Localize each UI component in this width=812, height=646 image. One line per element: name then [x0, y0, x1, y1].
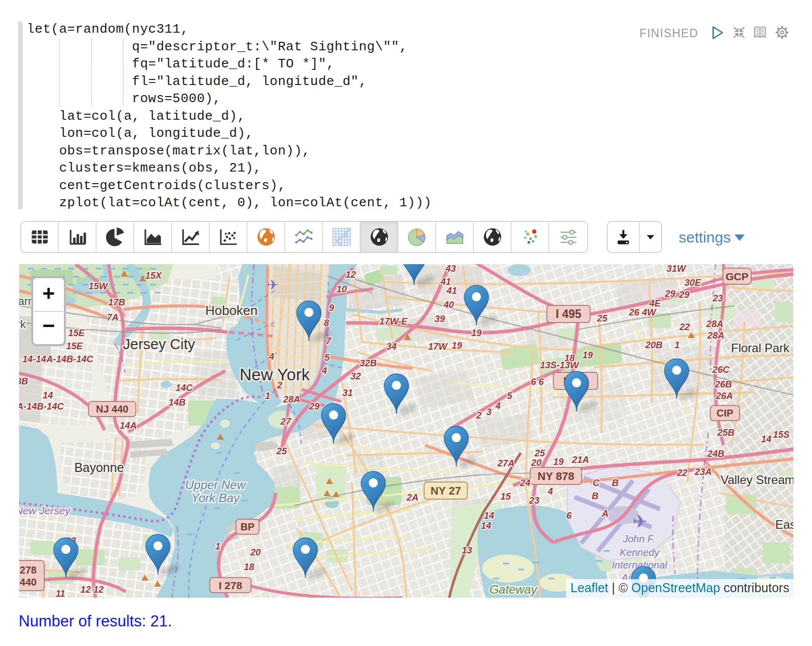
svg-text:5: 5 [324, 352, 330, 363]
svg-text:21A: 21A [572, 454, 589, 465]
svg-text:15E: 15E [66, 341, 84, 351]
svg-text:8B: 8B [19, 376, 28, 386]
svg-text:27A: 27A [497, 458, 515, 468]
svg-text:28A: 28A [706, 318, 723, 329]
svg-text:19: 19 [583, 350, 593, 360]
svg-text:9: 9 [329, 302, 335, 313]
svg-text:rk: rk [19, 318, 26, 331]
svg-text:6: 6 [566, 510, 572, 521]
svg-text:14A: 14A [120, 420, 137, 431]
svg-text:NY 27: NY 27 [431, 484, 461, 497]
svg-text:15E: 15E [68, 328, 86, 338]
svg-text:15: 15 [501, 491, 511, 502]
svg-text:14: 14 [761, 434, 772, 444]
svg-text:23A: 23A [694, 466, 712, 477]
svg-text:Bayonne: Bayonne [74, 460, 124, 474]
svg-text:5: 5 [507, 390, 513, 401]
svg-text:26B: 26B [714, 379, 732, 389]
svg-text:25: 25 [276, 446, 287, 456]
svg-text:I 495: I 495 [555, 307, 581, 320]
svg-text:A: A [601, 508, 608, 519]
svg-text:23: 23 [712, 293, 723, 303]
svg-text:Hoboken: Hoboken [205, 303, 258, 318]
svg-text:✈: ✈ [632, 511, 647, 532]
svg-text:14: 14 [484, 510, 495, 521]
svg-text:19: 19 [452, 340, 462, 351]
svg-text:278: 278 [20, 564, 36, 576]
svg-text:20: 20 [250, 547, 261, 557]
svg-text:29: 29 [665, 288, 676, 299]
svg-text:1: 1 [265, 390, 270, 401]
svg-text:26A: 26A [715, 390, 733, 401]
svg-text:29: 29 [679, 289, 690, 300]
svg-text:14: 14 [481, 520, 492, 531]
svg-text:28A: 28A [283, 394, 300, 405]
svg-text:New Jersey: New Jersey [19, 505, 71, 516]
svg-text:28A: 28A [707, 330, 724, 341]
svg-text:arr: arr [19, 295, 32, 307]
svg-text:John F.: John F. [622, 533, 655, 544]
svg-text:NY 878: NY 878 [538, 470, 575, 482]
svg-text:24: 24 [520, 477, 531, 488]
svg-text:13S-13W: 13S-13W [540, 360, 580, 370]
svg-text:15S: 15S [773, 429, 790, 440]
svg-text:32B: 32B [360, 358, 377, 368]
svg-text:26 4W: 26 4W [628, 307, 657, 317]
svg-text:14B: 14B [169, 397, 186, 408]
svg-text:3: 3 [486, 407, 492, 417]
svg-text:4: 4 [269, 351, 274, 362]
svg-text:Floral Park: Floral Park [731, 341, 790, 355]
svg-text:29: 29 [309, 401, 320, 412]
svg-text:13: 13 [462, 545, 472, 555]
svg-text:Gateway: Gateway [490, 583, 538, 596]
svg-text:17W: 17W [428, 341, 448, 352]
svg-text:17W-E: 17W-E [379, 316, 408, 327]
svg-text:4: 4 [321, 365, 327, 376]
svg-text:4: 4 [495, 400, 501, 411]
svg-text:41: 41 [446, 285, 457, 296]
svg-text:20B: 20B [645, 340, 663, 350]
svg-text:Upper New: Upper New [185, 478, 247, 492]
svg-text:2: 2 [476, 410, 482, 421]
svg-text:20: 20 [531, 457, 542, 468]
svg-text:B: B [592, 491, 598, 501]
svg-text:25B: 25B [717, 427, 735, 438]
svg-text:Jersey City: Jersey City [123, 336, 195, 352]
svg-text:17B: 17B [108, 297, 125, 307]
svg-text:8: 8 [324, 317, 330, 328]
svg-text:✈: ✈ [267, 277, 278, 293]
svg-text:14-14A-14B-14C: 14-14A-14B-14C [23, 354, 94, 364]
svg-text:30E: 30E [685, 277, 702, 288]
svg-text:19: 19 [471, 328, 482, 338]
svg-text:2A: 2A [406, 492, 419, 503]
svg-text:12 12: 12 12 [80, 584, 104, 595]
svg-text:23: 23 [529, 495, 540, 506]
svg-text:Kennedy: Kennedy [620, 547, 660, 558]
svg-text:East: East [775, 518, 793, 531]
svg-text:C: C [593, 477, 600, 488]
svg-text:A-14B-14C: A-14B-14C [19, 401, 64, 412]
svg-text:34: 34 [386, 341, 397, 352]
svg-text:39: 39 [435, 313, 445, 324]
svg-text:CIP: CIP [716, 408, 733, 419]
svg-text:New York: New York [239, 365, 310, 384]
svg-text:B: B [612, 477, 618, 488]
svg-text:19: 19 [553, 456, 564, 467]
svg-text:440: 440 [20, 577, 36, 588]
svg-text:6 6: 6 6 [531, 376, 544, 387]
svg-text:25: 25 [597, 313, 608, 324]
svg-text:I 278: I 278 [219, 580, 242, 591]
svg-text:26C: 26C [712, 364, 730, 375]
svg-text:1: 1 [675, 340, 680, 350]
svg-text:31W: 31W [667, 264, 687, 274]
svg-text:GCP: GCP [725, 271, 749, 282]
svg-text:40: 40 [443, 299, 454, 310]
svg-text:NJ 440: NJ 440 [96, 403, 129, 415]
svg-text:18: 18 [244, 561, 255, 572]
svg-text:43: 43 [445, 264, 456, 274]
svg-text:Valley Stream: Valley Stream [720, 473, 793, 487]
svg-text:7A: 7A [107, 312, 119, 322]
svg-text:BP: BP [240, 521, 255, 532]
svg-text:4: 4 [547, 486, 553, 497]
svg-text:14C: 14C [176, 382, 193, 393]
